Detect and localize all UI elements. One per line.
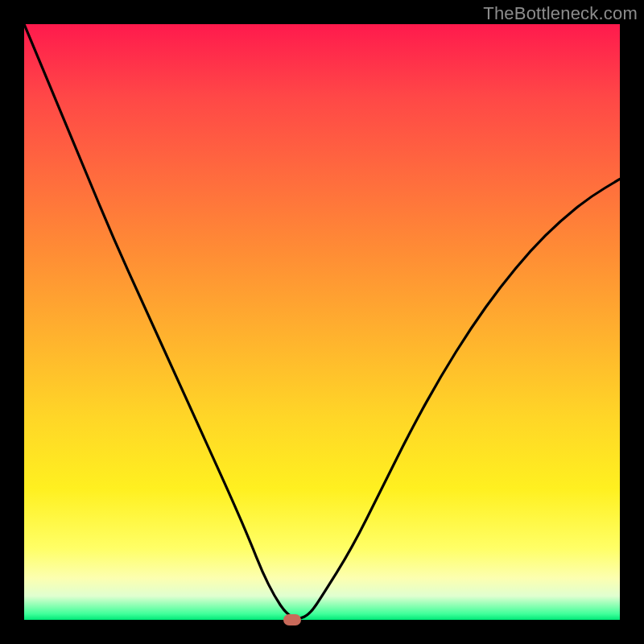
optimal-point-marker [283,614,301,625]
chart-frame: TheBottleneck.com [0,0,644,644]
watermark-text: TheBottleneck.com [483,3,638,24]
bottleneck-curve [24,24,620,620]
chart-plot-area [24,24,620,620]
